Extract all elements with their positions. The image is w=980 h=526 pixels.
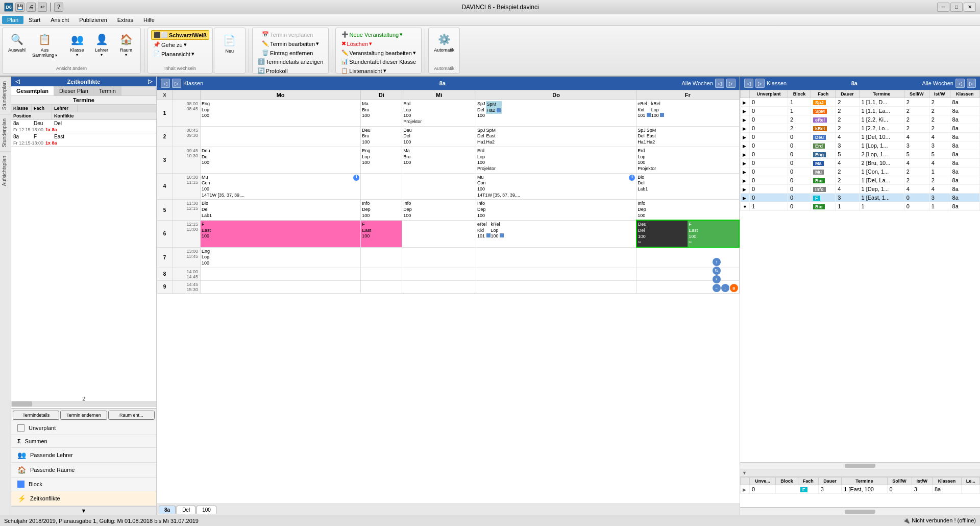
print-btn[interactable]: 🖨 (27, 3, 36, 12)
p4-mo[interactable]: MuCon10014T1W [35, 37, 39,... ℹ (201, 173, 361, 200)
p3-di[interactable]: EngLop100 (361, 147, 402, 173)
scroll-minus-btn[interactable]: − (713, 284, 721, 292)
lehrer-btn[interactable]: 👤 Lehrer ▾ (90, 30, 113, 58)
collapse-left[interactable]: ◁ (15, 78, 19, 85)
p4-do[interactable]: MuCon10014T1W [35, 37, 39,... ℹ (476, 173, 636, 200)
scroll-a-btn[interactable]: a (730, 284, 738, 292)
p7-do[interactable] (476, 247, 636, 268)
p4-fr[interactable]: BioDelLab1 (636, 173, 739, 200)
right-row-2[interactable]: ▶ 0 2 eRel 2 1 [2.2, Ki... 2 2 8a (741, 115, 980, 124)
nav-passende-raeume[interactable]: 🏠 Passende Räume (11, 463, 156, 477)
p7-mi[interactable] (402, 247, 476, 268)
p6-di[interactable]: FEast100 (361, 220, 402, 247)
scroll-refresh-btn[interactable]: ↻ (713, 267, 721, 275)
p2-mo[interactable] (201, 126, 361, 147)
nav-prev[interactable]: ◁ (161, 79, 170, 88)
right-table-lower[interactable]: Unve... Block Fach Dauer Termine Soll/W … (740, 477, 980, 508)
p5-do[interactable]: InfoDep100 (476, 200, 636, 221)
panel-bottom-toggle[interactable]: ▼ (11, 506, 156, 515)
right-row-7[interactable]: ▶ 0 0 Ma 4 2 [Bru, 10... 4 4 8a (741, 159, 980, 168)
menu-hilfe[interactable]: Hilfe (138, 16, 160, 24)
automatik-btn[interactable]: ⚙️ Automatik (432, 30, 456, 54)
right-row-5[interactable]: ▶ 0 0 Erd 3 1 [Lop, 1... 3 3 8a (741, 141, 980, 150)
undo-btn[interactable]: ↩ (38, 3, 47, 12)
p4-di[interactable] (361, 173, 402, 200)
p2-do[interactable]: SpJDelHa1 SpMEastHa2 (476, 126, 636, 147)
window-controls[interactable]: ─ □ ✕ (937, 3, 976, 12)
p3-mi[interactable]: MaBru100 (402, 147, 476, 173)
tab-dieser-plan[interactable]: Dieser Plan (54, 86, 94, 95)
gehe-zu-btn[interactable]: 📌 Gehe zu ▾ (151, 40, 209, 49)
termin-bearbeiten-btn[interactable]: ✏️ Termin bearbeiten ▾ (260, 39, 321, 48)
right-row-3[interactable]: ▶ 0 2 kRel 2 1 [2.2, Lo... 2 2 8a (741, 124, 980, 133)
menu-extras[interactable]: Extras (112, 16, 138, 24)
p5-fr[interactable]: InfoDep100 (636, 200, 739, 221)
p3-fr[interactable]: ErdLop100Projektor (636, 147, 739, 173)
tab-8a[interactable]: 8a (159, 506, 176, 514)
termin-entfernen-btn[interactable]: Termin entfernen (60, 411, 107, 420)
p7-mo[interactable]: EngLop100 (201, 247, 361, 268)
timetable-scroll[interactable]: X Mo Di Mi Do Fr 1 08:0008:45 (157, 90, 740, 504)
minimize-btn[interactable]: ─ (937, 3, 949, 12)
right-scrollbar-h[interactable] (740, 462, 980, 469)
right-row-4[interactable]: ▶ 0 0 Deu 4 1 [Del, 10... 4 4 8a (741, 133, 980, 141)
raum-btn[interactable]: 🏠 Raum ▾ (115, 30, 137, 58)
close-btn[interactable]: ✕ (964, 3, 976, 12)
nav-summen[interactable]: Σ Summen (11, 435, 156, 448)
p5-mo[interactable]: BioDelLab1 (201, 200, 361, 221)
collapse-right[interactable]: ▷ (148, 78, 152, 85)
p5-mi[interactable]: InfoDep100 (402, 200, 476, 221)
stundentafel-btn[interactable]: 📊 Stundentafel dieser Klasse (339, 57, 418, 66)
right-row-1[interactable]: ▶ 0 1 SpM 2 1 [1.1, Ea... 2 2 8a (741, 107, 980, 115)
listenansicht-btn[interactable]: 📋 Listenansicht ▾ (339, 66, 418, 75)
p6-do[interactable]: eRelKid101 kRelLop100 (476, 220, 636, 247)
raum-ent-btn[interactable]: Raum ent... (108, 411, 155, 420)
menu-start[interactable]: Start (23, 16, 45, 24)
p8-do[interactable] (476, 268, 636, 280)
right-bottom-scrollbar[interactable] (740, 508, 980, 515)
p2-mi[interactable]: DeuDel100 (402, 126, 476, 147)
p1-mo[interactable]: EngLop100 (201, 100, 361, 127)
menu-publizieren[interactable]: Publizieren (74, 16, 112, 24)
schwarz-weiss-btn[interactable]: ⬛⬜ Schwarz/Weiß (151, 30, 209, 40)
termindetails-btn[interactable]: Termindetails (13, 411, 59, 420)
right-row-10[interactable]: ▶ 0 0 Info 4 1 [Dep, 1... 4 4 8a (741, 185, 980, 194)
stundenplan-label[interactable]: Stundenplan (0, 77, 11, 114)
right-row-6[interactable]: ▶ 0 0 Eng 5 2 [Lop, 1... 5 5 8a (741, 150, 980, 159)
protokoll-btn[interactable]: 🔄 Protokoll (256, 66, 326, 75)
scrollbar-h[interactable] (11, 401, 156, 407)
right-weeks-prev[interactable]: ◁ (955, 79, 965, 88)
right-row-11[interactable]: ▶ 0 0 F 3 1 [East, 1... 0 3 8a (741, 194, 980, 202)
p8-mi[interactable] (402, 268, 476, 280)
p5-di[interactable]: InfoDep100 (361, 200, 402, 221)
nav-passende-lehrer[interactable]: 👥 Passende Lehrer (11, 448, 156, 463)
right-weeks-next[interactable]: ▷ (967, 79, 976, 88)
p8-di[interactable] (361, 268, 402, 280)
right-row-12[interactable]: ▼ 1 0 Bio 1 1 0 1 8a (741, 202, 980, 211)
nav-unverplant[interactable]: Unverplant (11, 421, 156, 435)
weeks-prev[interactable]: ◁ (715, 79, 724, 88)
p1-mi[interactable]: ErdLop100Projektor (402, 100, 476, 127)
aus-sammlung-btn[interactable]: 📋 AusSammlung▾ (30, 30, 59, 59)
termindetails-btn[interactable]: ℹ️ Termindetails anzeigen (256, 57, 326, 66)
scroll-up-btn[interactable]: ↑ (713, 258, 721, 266)
p9-di[interactable] (361, 280, 402, 293)
weeks-next[interactable]: ▷ (726, 79, 736, 88)
p3-mo[interactable]: DeuDel100 (201, 147, 361, 173)
p2-di[interactable]: DeuBru100 (361, 126, 402, 147)
tab-termin[interactable]: Termin (94, 86, 121, 95)
help-btn[interactable]: ? (54, 3, 63, 12)
p6-fr[interactable]: DeuDel100✂ FEast100✂ (636, 220, 739, 247)
scroll-down-btn[interactable]: ↓ (721, 284, 729, 292)
right-nav-prev[interactable]: ◁ (744, 79, 753, 88)
menu-plan[interactable]: Plan (2, 16, 23, 24)
loeschen-btn[interactable]: ✖ Löschen ▾ (339, 39, 418, 48)
p3-do[interactable]: ErdLop100Projektor (476, 147, 636, 173)
nav-block[interactable]: Block (11, 477, 156, 491)
maximize-btn[interactable]: □ (950, 3, 963, 12)
p4-mi[interactable] (402, 173, 476, 200)
scroll-add-btn[interactable]: + (713, 275, 721, 283)
right-table-upper[interactable]: Unverplant Block Fach Dauer Termine Soll… (740, 90, 980, 462)
auswahl-btn[interactable]: 🔍 Auswahl (6, 30, 28, 54)
p9-mi[interactable] (402, 280, 476, 293)
